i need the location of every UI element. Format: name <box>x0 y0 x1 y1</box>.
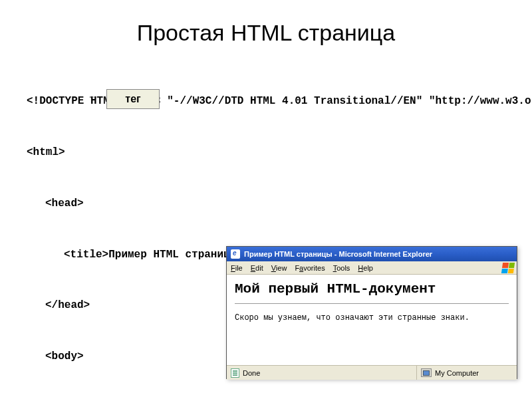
browser-statusbar: Done My Computer <box>227 365 517 380</box>
rendered-h1: Мой первый HTML-документ <box>235 281 509 297</box>
browser-titlebar: Пример HTML страницы - Microsoft Interne… <box>227 247 517 261</box>
rendered-paragraph: Скоро мы узнаем, что означают эти странн… <box>235 313 509 323</box>
code-doctype: <!DOCTYPE HTML PUBLIC "-//W3C//DTD HTML … <box>27 93 399 110</box>
windows-flag-icon <box>501 263 515 273</box>
menu-edit[interactable]: Edit <box>251 264 263 272</box>
code-head-open: <head> <box>27 196 505 213</box>
menu-file[interactable]: File <box>231 264 243 272</box>
menu-favorites[interactable]: Favorites <box>295 264 325 272</box>
computer-icon <box>421 368 432 377</box>
status-done-label: Done <box>243 369 260 377</box>
status-zone-label: My Computer <box>435 369 479 377</box>
browser-menubar: File Edit View Favorites Tools Help <box>227 261 517 275</box>
browser-window: Пример HTML страницы - Microsoft Interne… <box>226 246 517 379</box>
browser-content: Мой первый HTML-документ Скоро мы узнаем… <box>227 275 517 365</box>
slide-title: Простая HTML страница <box>27 20 505 46</box>
rendered-hr <box>235 303 509 304</box>
ie-icon <box>231 249 240 259</box>
code-html-open: <html> <box>27 144 505 162</box>
document-icon <box>231 368 239 378</box>
callout-label: тег <box>125 93 140 105</box>
menu-tools[interactable]: Tools <box>333 264 350 272</box>
browser-title: Пример HTML страницы - Microsoft Interne… <box>244 250 432 258</box>
callout-box: тег <box>106 89 160 109</box>
menu-help[interactable]: Help <box>358 264 373 272</box>
menu-view[interactable]: View <box>271 264 287 272</box>
